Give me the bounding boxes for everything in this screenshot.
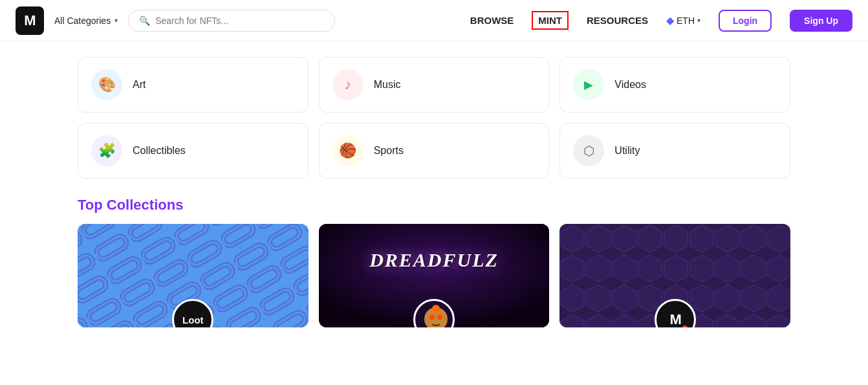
svg-point-8 — [437, 314, 442, 320]
main-content: 🎨 Art ♪ Music ▶ Videos 🧩 Collectibles 🏀 — [0, 41, 868, 327]
top-collections-title: Top Collections — [78, 197, 790, 214]
collectibles-label: Collectibles — [133, 145, 186, 157]
sports-icon: 🏀 — [339, 142, 356, 159]
collections-grid: Loot DREADFULZ — [78, 224, 790, 327]
videos-icon: ▶ — [584, 78, 593, 92]
loot-avatar-label: Loot — [182, 314, 203, 325]
music-label: Music — [374, 79, 401, 91]
title-accent: Collections — [107, 197, 184, 213]
utility-icon: ⬡ — [583, 143, 594, 159]
videos-label: Videos — [614, 79, 646, 91]
category-card-utility[interactable]: ⬡ Utility — [559, 123, 790, 179]
signup-button[interactable]: Sign Up — [790, 10, 852, 32]
collectibles-icon-wrap: 🧩 — [91, 135, 122, 166]
videos-icon-wrap: ▶ — [573, 69, 604, 100]
utility-label: Utility — [614, 145, 640, 157]
nav-resources[interactable]: RESOURCES — [587, 15, 648, 26]
category-card-music[interactable]: ♪ Music — [319, 57, 550, 113]
search-icon: 🔍 — [139, 16, 150, 26]
category-card-art[interactable]: 🎨 Art — [78, 57, 309, 113]
svg-point-7 — [429, 314, 435, 320]
search-bar: 🔍 — [128, 10, 335, 32]
m-red-dot — [682, 325, 688, 327]
title-prefix: Top — [78, 197, 107, 213]
dreadfulz-avatar-icon — [415, 301, 455, 327]
utility-icon-wrap: ⬡ — [573, 135, 604, 166]
all-categories-label: All Categories — [54, 16, 111, 26]
sports-label: Sports — [374, 145, 404, 157]
category-card-collectibles[interactable]: 🧩 Collectibles — [78, 123, 309, 179]
logo-letter: M — [24, 12, 35, 29]
art-icon-wrap: 🎨 — [91, 69, 122, 100]
music-icon-wrap: ♪ — [332, 69, 363, 100]
category-card-sports[interactable]: 🏀 Sports — [319, 123, 550, 179]
chevron-down-icon: ▾ — [114, 17, 118, 24]
collection-card-third[interactable]: M — [559, 224, 790, 327]
search-input[interactable] — [155, 16, 324, 26]
category-card-videos[interactable]: ▶ Videos — [559, 57, 790, 113]
login-button[interactable]: Login — [719, 10, 772, 32]
header: M All Categories ▾ 🔍 BROWSE MINT RESOURC… — [0, 0, 868, 41]
nav-links: BROWSE MINT RESOURCES ◆ ETH ▾ Login Sign… — [470, 10, 852, 32]
all-categories-dropdown[interactable]: All Categories ▾ — [54, 16, 118, 26]
top-collections-section: Top Collections — [78, 197, 790, 327]
collectibles-icon: 🧩 — [98, 142, 116, 159]
m-logo-letter: M — [669, 311, 680, 327]
art-icon: 🎨 — [98, 76, 116, 93]
sports-icon-wrap: 🏀 — [332, 135, 363, 166]
art-label: Art — [133, 79, 146, 91]
eth-label: ETH — [677, 16, 695, 26]
eth-chevron-icon: ▾ — [697, 17, 700, 24]
nav-browse[interactable]: BROWSE — [470, 15, 514, 26]
collection-card-dreadfulz[interactable]: DREADFULZ — [319, 224, 550, 327]
eth-selector[interactable]: ◆ ETH ▾ — [666, 14, 700, 27]
category-grid: 🎨 Art ♪ Music ▶ Videos 🧩 Collectibles 🏀 — [78, 57, 790, 179]
dreadfulz-title: DREADFULZ — [369, 249, 499, 271]
music-icon: ♪ — [344, 76, 351, 93]
eth-diamond-icon: ◆ — [666, 14, 674, 27]
collection-card-loot[interactable]: Loot — [78, 224, 309, 327]
logo[interactable]: M — [16, 6, 44, 35]
nav-mint[interactable]: MINT — [532, 11, 569, 30]
